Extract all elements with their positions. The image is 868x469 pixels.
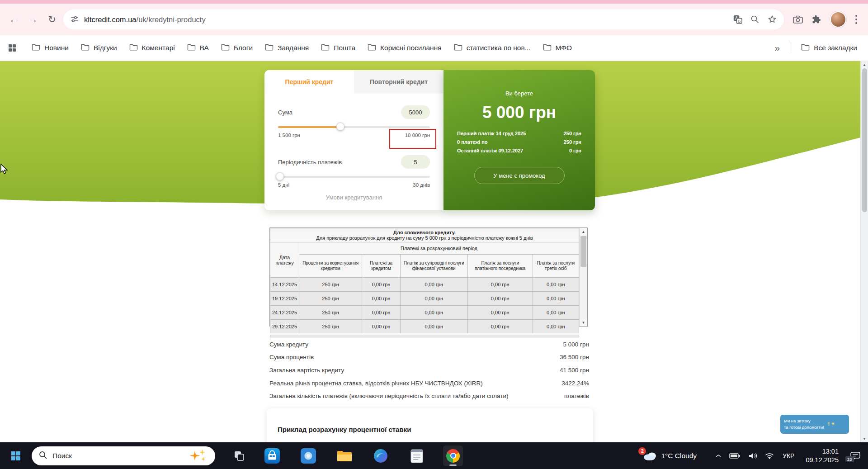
table-cell: 0,00 грн <box>467 292 533 306</box>
tab-first-credit[interactable]: Перший кредит <box>264 70 354 94</box>
pinned-apps <box>262 445 463 466</box>
address-bar[interactable]: kltcredit.com.ua/uk/kredytni-producty AБ <box>63 9 784 29</box>
weather-widget[interactable]: 2 1°C Cloudy <box>642 451 697 461</box>
system-tray: 2 1°C Cloudy УКР 13:01 09.12.2025 <box>642 447 868 464</box>
chrome-app-button[interactable] <box>443 445 463 466</box>
table-cell: 250 грн <box>299 306 362 320</box>
browser-scrollbar[interactable]: ▲ ▼ <box>860 61 868 442</box>
table-cell: 0,00 грн <box>400 320 467 334</box>
site-settings-tune-icon[interactable] <box>71 15 79 24</box>
period-slider-knob[interactable] <box>276 172 284 180</box>
bookmark-label: Блоги <box>234 44 253 52</box>
language-indicator[interactable]: УКР <box>783 452 794 460</box>
profile-avatar[interactable] <box>830 11 846 28</box>
bookmark-star-icon[interactable] <box>768 15 777 24</box>
summary-label: Загальна кількість платежів (включаючи п… <box>269 393 508 399</box>
red-highlight-rectangle <box>389 129 436 149</box>
folder-icon <box>129 43 138 52</box>
bookmark-item[interactable]: Відгуки <box>81 43 117 52</box>
result-row-label: Перший платіж 14 груд 2025 <box>457 129 526 138</box>
scrollbar-up-icon[interactable]: ▲ <box>861 61 868 68</box>
task-view-button[interactable] <box>230 446 249 465</box>
notification-count-badge: 22 <box>845 456 854 462</box>
menu-kebab-icon[interactable] <box>855 14 857 25</box>
table-cell: 0,00 грн <box>533 278 579 292</box>
battery-icon[interactable] <box>729 453 741 459</box>
bookmarks-bar: Новини Відгуки Коментарі ВА Блоги Завдан… <box>0 35 868 61</box>
edge-app-button[interactable] <box>371 445 391 466</box>
chat-line2: та готові допомогти! <box>784 425 824 430</box>
bookmark-label: Новини <box>44 44 69 52</box>
url-text[interactable]: kltcredit.com.ua/uk/kredytni-producty <box>84 15 206 24</box>
amount-slider[interactable] <box>278 126 430 128</box>
bookmark-label: МФО <box>556 44 572 52</box>
extensions-puzzle-icon[interactable] <box>812 15 821 24</box>
folder-icon <box>543 43 552 52</box>
bookmark-item[interactable]: Корисні посилання <box>368 43 442 52</box>
folder-icon <box>336 449 353 462</box>
bookmark-item[interactable]: Новини <box>32 43 69 52</box>
folder-icon <box>221 43 230 52</box>
bookmark-item[interactable]: МФО <box>543 43 572 52</box>
table-title-cell: Для споживчого кредиту. Для прикладу роз… <box>270 228 579 242</box>
back-button[interactable]: ← <box>5 10 24 29</box>
bookmark-item[interactable]: статистика по нов... <box>454 43 531 52</box>
chat-widget[interactable]: Ми на зв'язку та готові допомогти! ✌☀ <box>780 415 849 434</box>
network-icon[interactable] <box>765 452 774 459</box>
forward-button[interactable]: → <box>24 10 42 29</box>
reload-button[interactable]: ↻ <box>42 10 61 29</box>
promo-code-button[interactable]: У мене є промокод <box>474 167 565 184</box>
bookmark-item[interactable]: ВА <box>187 43 209 52</box>
tray-chevron-up-icon[interactable] <box>715 454 722 458</box>
all-bookmarks-button[interactable]: Все закладки <box>801 43 857 52</box>
period-slider[interactable] <box>278 176 430 178</box>
file-explorer-button[interactable] <box>335 445 354 466</box>
credit-terms-link[interactable]: Умови кредитування <box>278 194 430 201</box>
column-header: Платіж за послуги платіжного посередника <box>467 255 533 278</box>
table-row: 14.12.2025 250 грн 0,00 грн 0,00 грн 0,0… <box>270 278 579 292</box>
translate-icon[interactable]: AБ <box>733 15 742 24</box>
search-placeholder: Поиск <box>52 452 72 460</box>
apps-grid-icon[interactable] <box>8 44 16 52</box>
table-scrollbar-thumb[interactable] <box>580 236 586 267</box>
scroll-up-icon[interactable]: ▲ <box>580 228 587 235</box>
store-app-button[interactable] <box>262 445 282 466</box>
scrollbar-down-icon[interactable]: ▼ <box>861 435 868 442</box>
bookmark-label: Коментарі <box>142 44 175 52</box>
scrollbar-thumb[interactable] <box>862 68 867 212</box>
bookmarks-overflow-chevron-icon[interactable]: » <box>774 43 780 53</box>
amount-slider-knob[interactable] <box>336 123 344 131</box>
bookmark-item[interactable]: Пошта <box>321 43 355 52</box>
bookmark-item[interactable]: Блоги <box>221 43 253 52</box>
table-row-partial <box>270 334 579 337</box>
notification-center-button[interactable]: 22 <box>850 451 861 460</box>
speaker-icon[interactable] <box>748 452 757 460</box>
table-cell: 14.12.2025 <box>270 278 299 292</box>
copilot-sparkles-icon[interactable] <box>188 449 212 463</box>
folder-icon <box>32 43 40 52</box>
notepad-app-button[interactable] <box>407 445 427 466</box>
weather-alert-badge: 2 <box>638 447 646 455</box>
summary-row: Сума кредиту 5 000 грн <box>269 338 589 351</box>
edge-icon <box>373 449 388 463</box>
payment-schedule-table: Для споживчого кредиту. Для прикладу роз… <box>269 227 588 327</box>
bookmark-label: Завдання <box>278 44 309 52</box>
amount-min-label: 1 500 грн <box>278 133 300 138</box>
scroll-down-icon[interactable]: ▼ <box>580 319 587 326</box>
taskbar-search-box[interactable]: Поиск <box>32 446 215 465</box>
bookmark-item[interactable]: Завдання <box>265 43 309 52</box>
start-button[interactable] <box>6 446 25 465</box>
active-app-indicator <box>449 464 457 466</box>
camera-icon[interactable] <box>793 15 803 24</box>
table-scrollbar[interactable]: ▲ ▼ <box>579 228 587 326</box>
column-header: Проценти за користування кредитом <box>299 255 362 278</box>
taskbar-clock[interactable]: 13:01 09.12.2025 <box>806 447 839 464</box>
photos-app-button[interactable] <box>298 445 318 466</box>
loan-result-panel: Ви берете 5 000 грн Перший платіж 14 гру… <box>443 70 595 210</box>
zoom-lens-icon[interactable] <box>750 15 760 24</box>
bookmark-item[interactable]: Коментарі <box>129 43 175 52</box>
table-cell: 0,00 грн <box>467 306 533 320</box>
tab-repeat-credit[interactable]: Повторний кредит <box>354 70 443 94</box>
table-cell: 29.12.2025 <box>270 320 299 334</box>
amount-value: 5000 <box>401 105 430 119</box>
